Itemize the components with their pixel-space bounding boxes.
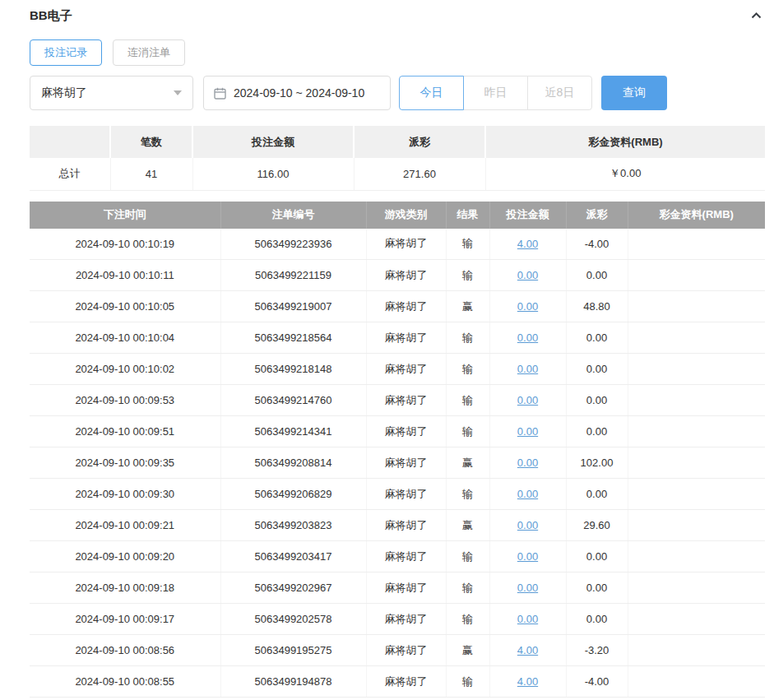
result-cell: 输 <box>446 541 489 573</box>
result-cell: 赢 <box>446 635 489 666</box>
order-id-cell: 5063499194878 <box>220 666 366 698</box>
result-cell: 输 <box>446 385 489 416</box>
bet-amount-link[interactable]: 0.00 <box>517 457 538 469</box>
search-button[interactable]: 查询 <box>601 76 667 110</box>
table-row: 2024-09-10 00:09:35 5063499208814 麻将胡了 赢… <box>30 447 765 479</box>
order-id-cell: 5063499202578 <box>220 604 366 635</box>
result-cell: 输 <box>446 573 489 604</box>
bet-amount-link[interactable]: 0.00 <box>517 488 538 500</box>
summary-total-count: 41 <box>110 158 192 190</box>
bonus-cell <box>628 666 765 698</box>
game-type-cell: 麻将胡了 <box>366 322 446 354</box>
table-row: 2024-09-10 00:09:21 5063499203823 麻将胡了 赢… <box>30 510 765 541</box>
bet-amount-link[interactable]: 0.00 <box>517 331 538 344</box>
bet-amount-cell: 0.00 <box>489 573 566 604</box>
table-row: 2024-09-10 00:10:04 5063499218564 麻将胡了 输… <box>30 322 765 354</box>
bonus-cell <box>628 354 765 385</box>
quick-range-last8days[interactable]: 近8日 <box>527 76 592 110</box>
payout-cell: 0.00 <box>566 385 628 416</box>
collapse-panel-button[interactable] <box>748 7 765 24</box>
order-id-cell: 5063499214341 <box>220 416 366 447</box>
bet-amount-cell: 0.00 <box>489 385 566 416</box>
game-type-cell: 麻将胡了 <box>366 291 446 322</box>
table-row: 2024-09-10 00:10:19 5063499223936 麻将胡了 输… <box>30 229 765 260</box>
bet-amount-cell: 0.00 <box>489 510 566 541</box>
bet-time-cell: 2024-09-10 00:08:55 <box>30 666 220 698</box>
bet-amount-cell: 0.00 <box>489 291 566 322</box>
game-type-cell: 麻将胡了 <box>366 635 446 666</box>
game-type-cell: 麻将胡了 <box>366 447 446 479</box>
bet-amount-link[interactable]: 4.00 <box>517 644 538 656</box>
records-header-bonus: 彩金资料(RMB) <box>628 202 765 229</box>
result-cell: 输 <box>446 322 489 354</box>
records-header-row: 下注时间 注单编号 游戏类别 结果 投注金额 派彩 彩金资料(RMB) <box>30 202 765 229</box>
bet-amount-link[interactable]: 0.00 <box>517 613 538 625</box>
bonus-cell <box>628 416 765 447</box>
bet-time-cell: 2024-09-10 00:10:02 <box>30 354 220 385</box>
bet-time-cell: 2024-09-10 00:09:20 <box>30 541 220 573</box>
records-header-bet-amount: 投注金额 <box>489 202 566 229</box>
bonus-cell <box>628 260 765 291</box>
bet-amount-link[interactable]: 0.00 <box>517 582 538 594</box>
result-cell: 输 <box>446 354 489 385</box>
bonus-cell <box>628 541 765 573</box>
bet-amount-link[interactable]: 4.00 <box>517 238 538 250</box>
bet-time-cell: 2024-09-10 00:09:35 <box>30 447 220 479</box>
summary-header-bet-amount: 投注金额 <box>192 126 354 158</box>
records-header-time: 下注时间 <box>30 202 220 229</box>
bonus-cell <box>628 479 765 510</box>
records-table-body: 2024-09-10 00:10:19 5063499223936 麻将胡了 输… <box>30 229 765 698</box>
payout-cell: -4.00 <box>566 229 628 260</box>
tab-cancelled-orders[interactable]: 连消注单 <box>113 39 185 66</box>
bet-amount-link[interactable]: 0.00 <box>517 425 538 438</box>
bet-amount-link[interactable]: 0.00 <box>517 269 538 281</box>
result-cell: 输 <box>446 416 489 447</box>
result-cell: 输 <box>446 260 489 291</box>
order-id-cell: 5063499218148 <box>220 354 366 385</box>
order-id-cell: 5063499208814 <box>220 447 366 479</box>
bonus-cell <box>628 322 765 354</box>
record-tabs: 投注记录 连消注单 <box>30 39 765 66</box>
summary-header-count: 笔数 <box>110 126 192 158</box>
result-cell: 输 <box>446 229 489 260</box>
bet-amount-link[interactable]: 0.00 <box>517 550 538 563</box>
summary-header-bonus: 彩金资料(RMB) <box>485 126 765 158</box>
quick-range-today[interactable]: 今日 <box>399 76 464 110</box>
quick-range-yesterday[interactable]: 昨日 <box>463 76 528 110</box>
date-range-input[interactable]: 2024-09-10 ~ 2024-09-10 <box>203 76 391 110</box>
bet-time-cell: 2024-09-10 00:09:53 <box>30 385 220 416</box>
order-id-cell: 5063499206829 <box>220 479 366 510</box>
game-type-cell: 麻将胡了 <box>366 573 446 604</box>
bet-amount-link[interactable]: 0.00 <box>517 300 538 313</box>
table-row: 2024-09-10 00:09:18 5063499202967 麻将胡了 输… <box>30 573 765 604</box>
game-type-cell: 麻将胡了 <box>366 416 446 447</box>
table-row: 2024-09-10 00:09:17 5063499202578 麻将胡了 输… <box>30 604 765 635</box>
game-type-cell: 麻将胡了 <box>366 666 446 698</box>
bet-amount-link[interactable]: 0.00 <box>517 394 538 406</box>
bonus-cell <box>628 510 765 541</box>
payout-cell: 0.00 <box>566 541 628 573</box>
bet-time-cell: 2024-09-10 00:10:19 <box>30 229 220 260</box>
bet-amount-link[interactable]: 0.00 <box>517 519 538 531</box>
game-type-cell: 麻将胡了 <box>366 541 446 573</box>
game-select[interactable]: 麻将胡了 <box>30 76 193 110</box>
chevron-up-icon <box>749 12 763 25</box>
bet-amount-cell: 0.00 <box>489 604 566 635</box>
tab-bet-records[interactable]: 投注记录 <box>30 39 102 66</box>
quick-range-group: 今日 昨日 近8日 <box>399 76 592 110</box>
result-cell: 赢 <box>446 447 489 479</box>
bet-amount-cell: 4.00 <box>489 635 566 666</box>
records-header-order-id: 注单编号 <box>220 202 366 229</box>
page-title: BB电子 <box>30 8 72 24</box>
payout-cell: 48.80 <box>566 291 628 322</box>
date-range-value: 2024-09-10 ~ 2024-09-10 <box>234 86 364 100</box>
table-row: 2024-09-10 00:09:53 5063499214760 麻将胡了 输… <box>30 385 765 416</box>
bet-amount-link[interactable]: 0.00 <box>517 363 538 375</box>
game-type-cell: 麻将胡了 <box>366 354 446 385</box>
table-row: 2024-09-10 00:09:30 5063499206829 麻将胡了 输… <box>30 479 765 510</box>
payout-cell: -4.00 <box>566 666 628 698</box>
bonus-cell <box>628 291 765 322</box>
bonus-cell <box>628 229 765 260</box>
bet-amount-cell: 0.00 <box>489 541 566 573</box>
bet-amount-link[interactable]: 4.00 <box>517 675 538 688</box>
